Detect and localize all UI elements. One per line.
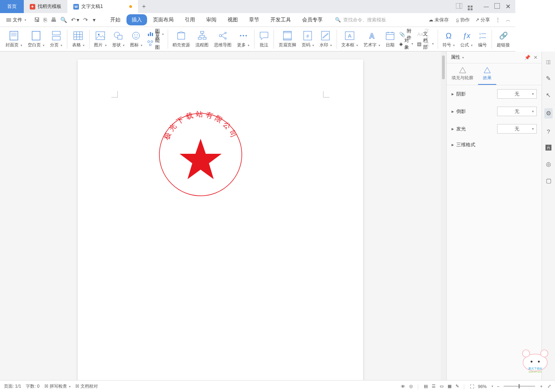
svg-rect-12 bbox=[96, 32, 105, 40]
more-icon bbox=[239, 30, 248, 41]
export-icon[interactable]: ⎘ bbox=[44, 17, 47, 23]
expand-icon: ▸ bbox=[452, 109, 454, 114]
file-menu[interactable]: 文件 ▾ bbox=[3, 15, 29, 25]
zoom-slider[interactable] bbox=[503, 386, 515, 387]
menutab-review[interactable]: 审阅 bbox=[201, 14, 222, 25]
prop-glow[interactable]: ▸发光 无 bbox=[447, 120, 515, 138]
ribbon-icon[interactable]: 图标 ▾ bbox=[128, 28, 145, 50]
eye-mode-icon[interactable]: 👁 bbox=[401, 384, 405, 389]
app-grid-icon[interactable] bbox=[468, 3, 473, 10]
print-icon[interactable]: 🖶 bbox=[51, 17, 56, 23]
prop-reflection[interactable]: ▸倒影 无 bbox=[447, 103, 515, 120]
page-number-icon: # bbox=[303, 30, 312, 41]
glow-select[interactable]: 无 bbox=[497, 124, 515, 134]
ribbon-smartart[interactable]: 智能图形 bbox=[145, 39, 165, 49]
ribbon-wordart[interactable]: A艺术字 ▾ bbox=[361, 28, 383, 50]
ribbon-date[interactable]: 日期 bbox=[383, 28, 397, 50]
ribbon-textbox[interactable]: A文本框 ▾ bbox=[339, 28, 360, 50]
proptab-fill-outline[interactable]: 填充与轮廓 bbox=[447, 63, 478, 85]
prop-shadow[interactable]: ▸阴影 无 bbox=[447, 85, 515, 103]
tab-home-label: 首页 bbox=[7, 3, 17, 10]
menutab-view[interactable]: 视图 bbox=[222, 14, 243, 25]
proptab-effects[interactable]: 效果 bbox=[478, 63, 496, 85]
reflection-select[interactable]: 无 bbox=[497, 107, 515, 116]
view-read-icon[interactable]: ▭ bbox=[440, 384, 444, 389]
unsaved-status[interactable]: ☁ 未保存 bbox=[429, 17, 449, 23]
menutab-chapter[interactable]: 章节 bbox=[244, 14, 264, 25]
collab-button[interactable]: ဌ 协作 bbox=[454, 17, 470, 23]
watermark-icon bbox=[321, 30, 330, 41]
save-icon[interactable]: 🖫 bbox=[34, 17, 40, 23]
chart-icon bbox=[147, 31, 153, 38]
stamp-shape[interactable]: 极光下载站有限公司 bbox=[157, 111, 244, 199]
menutab-ref[interactable]: 引用 bbox=[180, 14, 200, 25]
shadow-select[interactable]: 无 bbox=[497, 89, 515, 99]
tab-home[interactable]: 首页 bbox=[0, 0, 24, 13]
view-outline-icon[interactable]: ☰ bbox=[432, 384, 436, 389]
svg-rect-19 bbox=[148, 34, 149, 36]
print-preview-icon[interactable]: 🔍 bbox=[60, 17, 67, 23]
menutab-start[interactable]: 开始 bbox=[105, 14, 126, 25]
undo-icon[interactable]: ↶▾ bbox=[71, 17, 79, 23]
status-spellcheck[interactable]: ☒ 拼写检查 ▾ bbox=[44, 383, 71, 389]
ribbon-symbol[interactable]: Ω符号 ▾ bbox=[440, 28, 457, 50]
menutab-insert[interactable]: 插入 bbox=[126, 14, 147, 25]
svg-point-40 bbox=[245, 35, 247, 36]
ribbon-shape[interactable]: 形状 ▾ bbox=[110, 28, 127, 50]
view-markup-icon[interactable]: ✎ bbox=[455, 384, 459, 389]
status-proofread[interactable]: ☒ 文档校对 bbox=[75, 383, 98, 389]
close-button[interactable]: ✕ bbox=[505, 3, 511, 10]
ribbon-header-footer[interactable]: 页眉页脚 bbox=[276, 28, 299, 50]
redo-icon[interactable]: ↷ bbox=[83, 17, 88, 23]
ribbon-comment[interactable]: 批注 bbox=[257, 28, 271, 50]
ribbon-hyperlink[interactable]: 🔗超链接 bbox=[494, 28, 512, 50]
document-page[interactable]: 极光下载站有限公司 bbox=[78, 59, 363, 380]
status-page[interactable]: 页面: 1/1 bbox=[4, 383, 21, 389]
smartart-icon bbox=[147, 40, 153, 48]
command-search[interactable]: 🔍 查找命令、搜索模板 bbox=[335, 17, 386, 23]
menutab-dev[interactable]: 开发工具 bbox=[265, 14, 296, 25]
ribbon-formula[interactable]: ƒx公式 ▾ bbox=[458, 28, 475, 50]
prop-3d[interactable]: ▸三维格式 bbox=[447, 138, 515, 152]
tab-template[interactable]: ✦找稻壳模板 bbox=[24, 0, 67, 13]
status-words[interactable]: 字数: 0 bbox=[26, 383, 39, 389]
ribbon-object[interactable]: ◈对象 ▾ bbox=[398, 39, 415, 49]
fit-page-icon[interactable]: ⛶ bbox=[470, 384, 474, 389]
more-menu-icon[interactable]: ⋮ bbox=[496, 17, 500, 23]
focus-mode-icon[interactable]: ◎ bbox=[409, 384, 413, 389]
textbox-icon: A bbox=[345, 30, 354, 41]
ribbon-resource[interactable]: 稻壳资源 bbox=[170, 28, 192, 50]
tab-document[interactable]: W文字文稿1 bbox=[67, 0, 138, 13]
canvas-area[interactable]: 极光下载站有限公司 bbox=[0, 52, 441, 380]
menutab-member[interactable]: 会员专享 bbox=[297, 14, 328, 25]
tab-add[interactable]: ＋ bbox=[138, 0, 150, 13]
ribbon-flowchart[interactable]: 流程图 bbox=[193, 28, 211, 50]
ribbon-cover[interactable]: 封面页 ▾ bbox=[3, 28, 25, 50]
svg-point-22 bbox=[147, 41, 149, 43]
svg-rect-27 bbox=[198, 37, 201, 39]
reading-mode-icon[interactable] bbox=[456, 3, 462, 10]
view-web-icon[interactable]: ▦ bbox=[448, 384, 452, 389]
zoom-out-button[interactable]: − bbox=[497, 384, 500, 389]
ribbon-mindmap[interactable]: 思维导图 bbox=[212, 28, 234, 50]
ribbon-watermark[interactable]: 水印 ▾ bbox=[317, 28, 334, 50]
ribbon-picture[interactable]: 图片 ▾ bbox=[92, 28, 109, 50]
zoom-value[interactable]: 96% bbox=[478, 384, 487, 389]
collapse-ribbon-icon[interactable]: ︿ bbox=[506, 17, 511, 23]
quick-access-toolbar: 🖫 ⎘ 🖶 🔍 ↶▾ ↷ ▾ bbox=[34, 17, 96, 23]
qat-customize-icon[interactable]: ▾ bbox=[93, 17, 96, 23]
vertical-scrollbar[interactable] bbox=[441, 52, 446, 380]
ribbon-page-break[interactable]: 分页 ▾ bbox=[48, 28, 65, 50]
minimize-button[interactable]: — bbox=[484, 4, 489, 10]
ribbon-page-number[interactable]: #页码 ▾ bbox=[299, 28, 316, 50]
share-button[interactable]: ↗ 分享 bbox=[475, 17, 490, 23]
maximize-button[interactable] bbox=[494, 3, 500, 10]
view-page-icon[interactable]: ▤ bbox=[424, 384, 428, 389]
menutab-layout[interactable]: 页面布局 bbox=[148, 14, 179, 25]
ribbon-numbering[interactable]: 12编号 bbox=[476, 28, 489, 50]
ribbon-blank-page[interactable]: 空白页 ▾ bbox=[25, 28, 47, 50]
ribbon-table[interactable]: 表格 ▾ bbox=[70, 28, 87, 50]
svg-point-33 bbox=[219, 34, 222, 37]
ribbon-more[interactable]: 更多 ▾ bbox=[235, 28, 252, 50]
ribbon-docpart[interactable]: ▤文档部件 ▾ bbox=[415, 39, 435, 49]
